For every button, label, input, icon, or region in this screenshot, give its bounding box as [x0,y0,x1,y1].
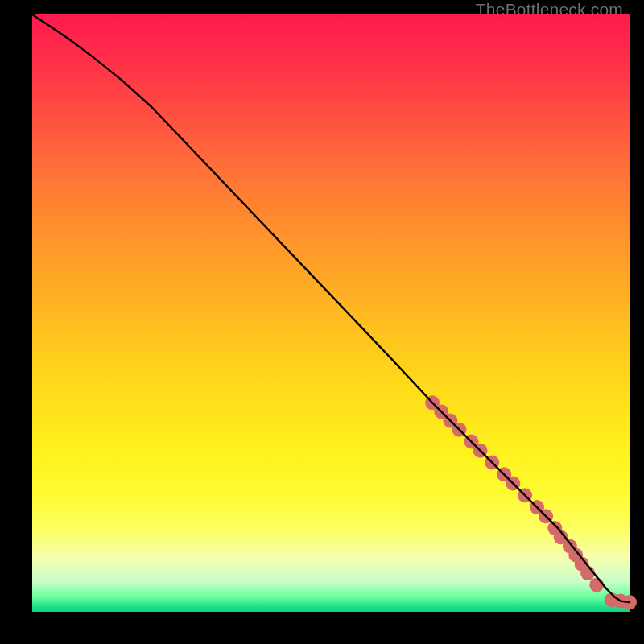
plot-area [32,14,630,612]
chart-svg [32,14,630,612]
marker-dot [589,578,604,592]
chart-frame: TheBottleneck.com [0,0,644,644]
